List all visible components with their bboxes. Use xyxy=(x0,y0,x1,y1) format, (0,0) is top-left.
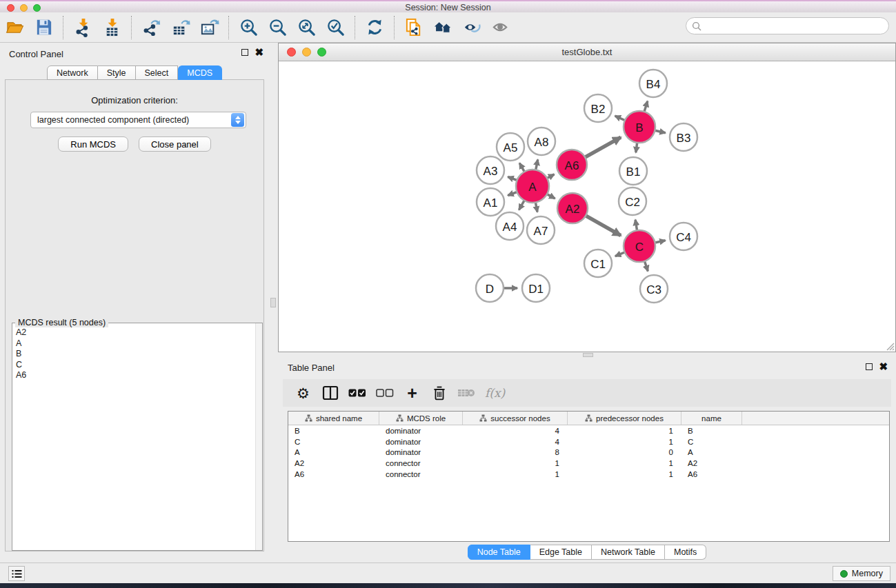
result-list-scrollbar[interactable] xyxy=(255,323,262,550)
export-table-button[interactable] xyxy=(168,16,192,39)
zoom-selected-button[interactable] xyxy=(323,16,347,39)
duplicate-network-button[interactable] xyxy=(402,16,426,39)
select-all-columns-button[interactable] xyxy=(348,384,366,402)
result-item-b[interactable]: B xyxy=(13,349,255,360)
tab-motifs[interactable]: Motifs xyxy=(665,545,706,560)
edge-A-A7[interactable] xyxy=(535,202,537,212)
graph-node-C2[interactable]: C2 xyxy=(619,187,646,215)
edge-A-A5[interactable] xyxy=(519,163,525,172)
edge-C-C3[interactable] xyxy=(644,261,648,272)
graph-node-A1[interactable]: A1 xyxy=(477,188,504,216)
zoom-out-button[interactable] xyxy=(266,16,289,39)
table-row-a6[interactable]: A6connector11A6 xyxy=(288,469,889,480)
edge-B-B3[interactable] xyxy=(654,130,665,133)
column-header-mcds-role[interactable]: MCDS role xyxy=(379,412,463,425)
zoom-fit-button[interactable] xyxy=(295,16,318,39)
result-item-c[interactable]: C xyxy=(13,360,255,371)
edge-B-B4[interactable] xyxy=(644,101,648,112)
edge-A-A4[interactable] xyxy=(519,200,524,210)
graph-node-C1[interactable]: C1 xyxy=(584,250,612,277)
tab-network[interactable]: Network xyxy=(47,65,98,80)
graph-node-A8[interactable]: A8 xyxy=(528,128,555,155)
vertical-splitter[interactable] xyxy=(269,43,278,562)
tab-select[interactable]: Select xyxy=(136,65,179,80)
table-row-b[interactable]: Bdominator41B xyxy=(288,425,889,436)
edge-C-C1[interactable] xyxy=(615,252,626,256)
export-image-button[interactable] xyxy=(197,16,221,39)
delete-column-button[interactable] xyxy=(430,384,448,402)
import-network-button[interactable] xyxy=(71,16,94,39)
graph-node-C4[interactable]: C4 xyxy=(670,223,697,250)
graph-node-C[interactable]: C xyxy=(624,230,655,262)
result-item-a[interactable]: A xyxy=(13,338,255,349)
deselect-all-columns-button[interactable] xyxy=(376,384,394,402)
close-panel-icon[interactable]: ✖ xyxy=(255,49,263,56)
edge-A-A1[interactable] xyxy=(508,192,517,195)
edge-B-B1[interactable] xyxy=(636,142,637,153)
first-neighbors-button[interactable] xyxy=(431,16,455,39)
horizontal-splitter[interactable] xyxy=(278,352,896,358)
apply-layout-button[interactable] xyxy=(363,16,386,39)
float-panel-icon[interactable] xyxy=(866,363,873,370)
graph-node-B3[interactable]: B3 xyxy=(670,123,697,151)
run-mcds-button[interactable]: Run MCDS xyxy=(58,136,128,152)
graph-node-B4[interactable]: B4 xyxy=(639,70,667,97)
zoom-in-button[interactable] xyxy=(237,16,260,39)
float-panel-icon[interactable] xyxy=(241,49,248,56)
optimization-criterion-select[interactable]: largest connected component (directed) xyxy=(30,112,246,128)
edge-A2-C[interactable] xyxy=(585,215,621,235)
edge-A-A8[interactable] xyxy=(536,160,538,171)
memory-button[interactable]: Memory xyxy=(833,566,890,581)
hide-graphics-details-button[interactable] xyxy=(460,16,484,39)
edge-B-B2[interactable] xyxy=(615,116,626,121)
tab-network-table[interactable]: Network Table xyxy=(592,545,665,560)
graph-node-A3[interactable]: A3 xyxy=(477,156,504,184)
graph-node-A2[interactable]: A2 xyxy=(557,193,588,223)
export-network-button[interactable] xyxy=(139,16,163,39)
graph-node-A[interactable]: A xyxy=(516,170,549,203)
graph-node-B1[interactable]: B1 xyxy=(619,157,647,185)
column-header-shared-name[interactable]: shared name xyxy=(288,412,379,425)
tab-node-table[interactable]: Node Table xyxy=(468,545,530,560)
edge-A6-B[interactable] xyxy=(584,137,621,158)
search-input[interactable] xyxy=(705,21,883,31)
graph-node-A7[interactable]: A7 xyxy=(527,216,555,244)
column-header-successor-nodes[interactable]: successor nodes xyxy=(463,412,568,425)
graph-node-A5[interactable]: A5 xyxy=(497,133,524,161)
result-item-a2[interactable]: A2 xyxy=(13,327,255,338)
close-panel-icon[interactable]: ✖ xyxy=(879,363,888,370)
graph-node-D[interactable]: D xyxy=(476,274,504,302)
column-header-name[interactable]: name xyxy=(681,412,742,425)
function-builder-button[interactable]: f(x) xyxy=(485,384,505,402)
graph-node-D1[interactable]: D1 xyxy=(522,274,550,302)
table-row-c[interactable]: Cdominator41C xyxy=(288,436,889,447)
splitter-handle[interactable] xyxy=(270,298,276,307)
graph-node-B2[interactable]: B2 xyxy=(584,94,612,122)
resize-grip-icon[interactable] xyxy=(885,341,895,351)
graph-node-A4[interactable]: A4 xyxy=(496,212,524,240)
close-panel-button[interactable]: Close panel xyxy=(139,136,211,152)
table-options-button[interactable]: ⚙ xyxy=(295,384,312,402)
splitter-handle[interactable] xyxy=(583,353,593,357)
tab-style[interactable]: Style xyxy=(98,65,136,80)
edge-C-C2[interactable] xyxy=(635,220,637,232)
graph-node-B[interactable]: B xyxy=(624,111,655,143)
delete-table-button[interactable] xyxy=(457,384,475,402)
table-row-a2[interactable]: A2connector11A2 xyxy=(288,458,889,469)
save-session-button[interactable] xyxy=(32,16,55,39)
edge-A-A3[interactable] xyxy=(508,177,517,181)
open-file-button[interactable] xyxy=(3,16,26,39)
tab-edge-table[interactable]: Edge Table xyxy=(530,545,592,560)
show-graphics-details-button[interactable] xyxy=(489,16,512,39)
show-column-button[interactable] xyxy=(321,384,339,402)
edge-C-C4[interactable] xyxy=(655,241,666,243)
result-item-a6[interactable]: A6 xyxy=(13,370,255,381)
add-column-button[interactable]: + xyxy=(404,384,421,402)
graph-node-C3[interactable]: C3 xyxy=(640,275,668,303)
task-history-button[interactable] xyxy=(8,566,25,581)
import-table-button[interactable] xyxy=(100,16,123,39)
column-header-predecessor-nodes[interactable]: predecessor nodes xyxy=(568,412,681,425)
graph-node-A6[interactable]: A6 xyxy=(557,150,587,180)
network-canvas[interactable]: AA1A2A3A4A5A6A7A8BB1B2B3B4CC1C2C3C4DD1 xyxy=(279,61,895,352)
table-row-a[interactable]: Adominator80A xyxy=(288,447,889,458)
